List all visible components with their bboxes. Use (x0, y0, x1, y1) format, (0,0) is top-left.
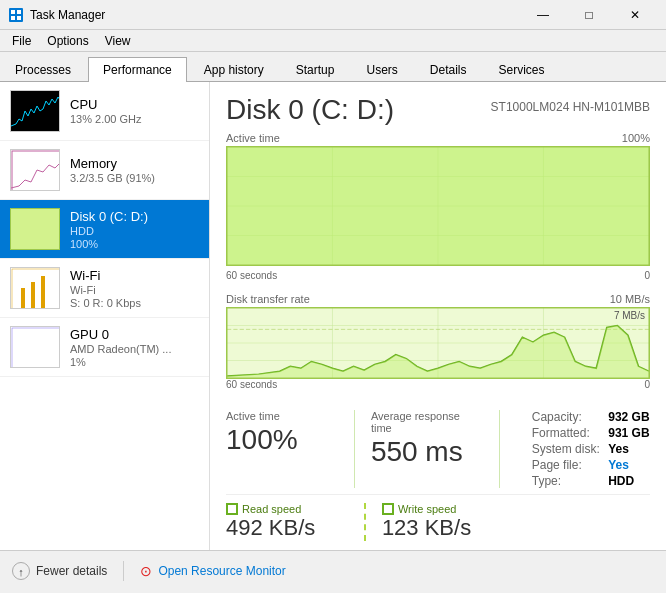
active-time-label: Active time (226, 132, 280, 144)
sidebar-item-wifi[interactable]: Wi-Fi Wi-Fi S: 0 R: 0 Kbps (0, 259, 209, 318)
info-val-formatted: 931 GB (608, 426, 650, 440)
speed-divider (364, 503, 366, 541)
speed-spacer (504, 499, 650, 545)
main-content: CPU 13% 2.00 GHz Memory 3.2/3.5 GB (91%) (0, 82, 666, 550)
tab-services[interactable]: Services (484, 57, 560, 82)
tab-performance[interactable]: Performance (88, 57, 187, 82)
transfer-label-row: Disk transfer rate 10 MB/s (226, 293, 650, 305)
info-key-page-file: Page file: (532, 458, 600, 472)
time-60s-2: 60 seconds (226, 379, 277, 390)
wifi-speed: S: 0 R: 0 Kbps (70, 297, 199, 309)
svg-rect-2 (17, 10, 21, 14)
tab-bar: Processes Performance App history Startu… (0, 52, 666, 82)
transfer-chart: 7 MB/s (226, 307, 650, 379)
avg-response-label: Average response time (371, 410, 483, 434)
stat-info-block: Capacity: 932 GB Formatted: 931 GB Syste… (516, 406, 650, 492)
resource-monitor-icon: ⊙ (140, 563, 152, 579)
tab-details[interactable]: Details (415, 57, 482, 82)
stat-read-speed: Read speed 492 KB/s (226, 499, 348, 545)
bottom-bar: ↑ Fewer details ⊙ Open Resource Monitor (0, 550, 666, 590)
minimize-button[interactable]: — (520, 0, 566, 30)
svg-rect-6 (11, 150, 60, 191)
sidebar: CPU 13% 2.00 GHz Memory 3.2/3.5 GB (91%) (0, 82, 210, 550)
sidebar-item-cpu[interactable]: CPU 13% 2.00 GHz (0, 82, 209, 141)
stat-divider-1 (354, 410, 355, 488)
info-val-capacity: 932 GB (608, 410, 650, 424)
stat-active-time: Active time 100% (226, 406, 338, 492)
time-60s-1: 60 seconds (226, 270, 277, 281)
read-speed-value: 492 KB/s (226, 515, 348, 541)
menu-file[interactable]: File (4, 32, 39, 50)
tab-app-history[interactable]: App history (189, 57, 279, 82)
stats-row: Active time 100% Average response time 5… (226, 406, 650, 492)
cpu-thumb (10, 90, 60, 132)
sidebar-item-memory[interactable]: Memory 3.2/3.5 GB (91%) (0, 141, 209, 200)
wifi-info: Wi-Fi Wi-Fi S: 0 R: 0 Kbps (70, 268, 199, 309)
gpu-thumb (10, 326, 60, 368)
info-key-capacity: Capacity: (532, 410, 600, 424)
window-title: Task Manager (30, 8, 520, 22)
active-time-stat-value: 100% (226, 424, 338, 456)
svg-rect-24 (227, 147, 649, 265)
info-grid: Capacity: 932 GB Formatted: 931 GB Syste… (532, 410, 650, 488)
tab-users[interactable]: Users (351, 57, 412, 82)
transfer-max: 10 MB/s (610, 293, 650, 305)
menu-options[interactable]: Options (39, 32, 96, 50)
open-resource-monitor-label: Open Resource Monitor (158, 564, 285, 578)
time-0-1: 0 (644, 270, 650, 281)
tab-startup[interactable]: Startup (281, 57, 350, 82)
detail-panel: Disk 0 (C: D:) ST1000LM024 HN-M101MBB Ac… (210, 82, 666, 550)
menu-view[interactable]: View (97, 32, 139, 50)
stat-avg-response: Average response time 550 ms (371, 406, 483, 492)
menu-bar: File Options View (0, 30, 666, 52)
open-resource-monitor-button[interactable]: ⊙ Open Resource Monitor (140, 563, 285, 579)
stat-write-speed: Write speed 123 KB/s (382, 499, 504, 545)
sidebar-item-disk[interactable]: Disk 0 (C: D:) HDD 100% (0, 200, 209, 259)
read-speed-label: Read speed (226, 503, 348, 515)
svg-rect-15 (11, 327, 60, 368)
maximize-button[interactable]: □ (566, 0, 612, 30)
active-time-stat-label: Active time (226, 410, 338, 422)
wifi-name: Wi-Fi (70, 268, 199, 283)
svg-rect-14 (41, 276, 45, 308)
memory-usage: 3.2/3.5 GB (91%) (70, 172, 199, 184)
tab-processes[interactable]: Processes (0, 57, 86, 82)
gpu-name: GPU 0 (70, 327, 199, 342)
close-button[interactable]: ✕ (612, 0, 658, 30)
write-speed-value: 123 KB/s (382, 515, 504, 541)
svg-rect-10 (11, 268, 60, 309)
avg-response-value: 550 ms (371, 436, 483, 468)
active-time-max: 100% (622, 132, 650, 144)
cpu-usage: 13% 2.00 GHz (70, 113, 199, 125)
disk-type: HDD (70, 225, 199, 237)
wifi-thumb (10, 267, 60, 309)
app-icon (8, 7, 24, 23)
window-controls: — □ ✕ (520, 0, 658, 30)
time-0-2: 0 (644, 379, 650, 390)
detail-header: Disk 0 (C: D:) ST1000LM024 HN-M101MBB (226, 94, 650, 126)
info-key-formatted: Formatted: (532, 426, 600, 440)
cpu-name: CPU (70, 97, 199, 112)
info-val-type: HDD (608, 474, 650, 488)
fewer-details-button[interactable]: ↑ Fewer details (12, 562, 107, 580)
memory-thumb (10, 149, 60, 191)
gpu-info: GPU 0 AMD Radeon(TM) ... 1% (70, 327, 199, 368)
svg-rect-13 (31, 282, 35, 308)
transfer-section: Disk transfer rate 10 MB/s (226, 293, 650, 398)
disk-thumb (10, 208, 60, 250)
fewer-details-icon: ↑ (12, 562, 30, 580)
info-val-system-disk: Yes (608, 442, 650, 456)
transfer-label: Disk transfer rate (226, 293, 310, 305)
active-time-time-label: 60 seconds 0 (226, 270, 650, 281)
info-key-system-disk: System disk: (532, 442, 600, 456)
svg-rect-4 (17, 16, 21, 20)
info-key-type: Type: (532, 474, 600, 488)
detail-title: Disk 0 (C: D:) (226, 94, 394, 126)
svg-rect-1 (11, 10, 15, 14)
sidebar-item-gpu[interactable]: GPU 0 AMD Radeon(TM) ... 1% (0, 318, 209, 377)
disk-usage: 100% (70, 238, 199, 250)
stat-divider-2 (499, 410, 500, 488)
gpu-model: AMD Radeon(TM) ... (70, 343, 199, 355)
write-speed-label: Write speed (382, 503, 504, 515)
cpu-info: CPU 13% 2.00 GHz (70, 97, 199, 125)
